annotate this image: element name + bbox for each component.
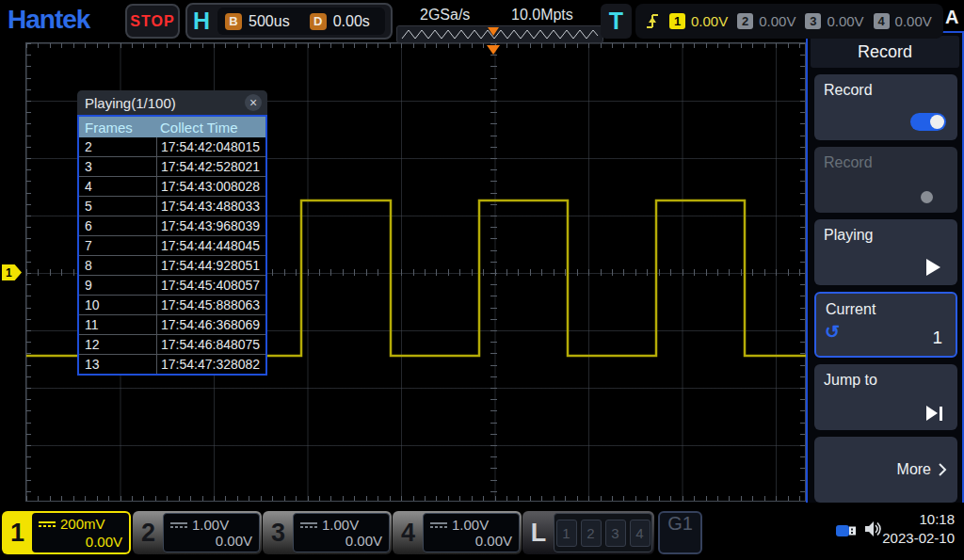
dc-coupling-icon [300, 522, 317, 528]
frame-number: 7 [79, 236, 157, 255]
ch2-trigger-level: 0.00V [759, 13, 795, 29]
trigger-ch2[interactable]: 2 0.00V [737, 13, 795, 29]
menu-item-label: Current [826, 301, 876, 317]
delay-value: 0.00s [333, 13, 370, 30]
channel4-scale: 1.00V [452, 517, 489, 533]
menu-item-label: Record [824, 154, 873, 170]
channel3-panel: 1.00V 0.00V [293, 513, 390, 552]
logic-bits-panel: 1 2 3 4 [554, 513, 652, 552]
logic-bit-2: 2 [581, 520, 602, 547]
table-row: 917:54:45:408057 [79, 276, 265, 296]
menu-item-label: More [897, 461, 931, 478]
usb-device-icon [836, 523, 860, 538]
popup-title: Playing(1/100) [85, 95, 245, 111]
frame-number: 8 [79, 256, 157, 275]
dc-coupling-icon [170, 522, 187, 528]
menu-item-label: Record [824, 82, 873, 98]
logic-channels-tile[interactable]: L 1 2 3 4 [522, 511, 654, 554]
table-row: 1117:54:46:368069 [79, 315, 265, 335]
memory-position-bar[interactable] [396, 25, 603, 43]
frame-number: 12 [79, 335, 157, 354]
collect-time: 17:54:45:888063 [157, 297, 260, 312]
channel2-number: 2 [133, 511, 164, 554]
table-row: 1217:54:46:848075 [79, 335, 265, 355]
skip-bar [940, 407, 942, 421]
time: 10:18 [882, 510, 955, 529]
ch4-trigger-level: 0.00V [895, 13, 932, 29]
channel4-tile[interactable]: 4 1.00V 0.00V [393, 511, 522, 554]
channel1-number: 1 [2, 511, 33, 554]
table-row: 717:54:44:448045 [79, 236, 265, 256]
ch1-trigger-level: 0.00V [691, 13, 728, 29]
timebase-value: 500us [249, 13, 290, 30]
frame-number: 2 [79, 137, 157, 156]
collect-time: 17:54:43:968039 [157, 218, 260, 233]
loop-icon: ↺ [825, 323, 840, 341]
menu-item-label: Playing [824, 227, 873, 243]
run-state-label: STOP [130, 13, 174, 30]
collect-time: 17:54:46:848075 [157, 337, 260, 352]
record-menu-panel: Record Record Record Playing Current ↺ 1… [806, 31, 964, 509]
menu-item-jump-to[interactable]: Jump to [814, 364, 957, 430]
trigger-ch1[interactable]: 1 0.00V [669, 13, 728, 29]
skip-to-end-icon [926, 406, 942, 421]
menu-item-label: Jump to [824, 372, 877, 388]
record-toggle[interactable] [910, 113, 946, 131]
menu-item-record-toggle[interactable]: Record [814, 74, 957, 140]
ch1-level-marker[interactable]: 1 [2, 264, 22, 280]
current-frame-value: 1 [932, 328, 942, 348]
trigger-ch3[interactable]: 3 0.00V [805, 13, 863, 29]
channel2-scale: 1.00V [192, 517, 229, 533]
horizontal-label: H [193, 8, 210, 35]
frame-number: 5 [79, 197, 157, 216]
ch2-badge: 2 [737, 13, 753, 29]
ch1-badge: 1 [669, 13, 685, 29]
channel2-tile[interactable]: 2 1.00V 0.00V [133, 511, 262, 554]
run-state-button[interactable]: STOP [125, 4, 180, 39]
frame-number: 4 [79, 177, 157, 196]
chevron-right-icon [938, 462, 947, 477]
collect-time: 17:54:42:528021 [157, 159, 260, 174]
table-row: 617:54:43:968039 [79, 216, 265, 236]
collect-time: 17:54:46:368069 [157, 317, 260, 332]
top-status-bar: Hantek STOP H B 500us D 0.00s 2GSa/s 10.… [0, 0, 964, 42]
logic-bit-4: 4 [630, 520, 651, 547]
generator-tile[interactable]: G1 [658, 511, 702, 554]
ch1-marker-label: 1 [6, 266, 12, 280]
acquire-mode-indicator: A [945, 7, 958, 28]
table-row: 817:54:44:928051 [79, 256, 265, 276]
popup-title-bar[interactable]: Playing(1/100) × [77, 90, 267, 115]
channel3-number: 3 [263, 511, 294, 554]
channel2-panel: 1.00V 0.00V [163, 513, 260, 552]
memory-depth: 10.0Mpts [511, 7, 573, 24]
trigger-status-box[interactable]: 1 0.00V 2 0.00V 3 0.00V 4 0.00V [635, 4, 943, 39]
bottom-status-bar: 1 200mV 0.00V 2 1.00V 0.00V 3 1.00V 0.00… [0, 503, 964, 560]
collect-time: 17:54:45:408057 [157, 278, 260, 293]
channel1-tile[interactable]: 1 200mV 0.00V [2, 511, 131, 554]
play-icon [926, 259, 940, 276]
memory-position-marker[interactable] [488, 27, 499, 36]
trigger-menu-button[interactable]: T [601, 4, 632, 39]
table-row: 217:54:42:048015 [79, 137, 265, 157]
menu-item-playing[interactable]: Playing [814, 219, 957, 285]
frame-number: 11 [79, 315, 157, 334]
collect-time: 17:54:42:048015 [157, 139, 260, 154]
channel1-panel: 200mV 0.00V [32, 513, 129, 552]
logic-bit-1: 1 [556, 520, 577, 547]
close-icon[interactable]: × [245, 94, 262, 111]
speaker-icon[interactable] [864, 520, 883, 537]
menu-item-current[interactable]: Current ↺ 1 [814, 292, 957, 358]
horizontal-settings[interactable]: H B 500us D 0.00s [185, 3, 393, 40]
rising-edge-icon [645, 12, 660, 31]
table-row: 1317:54:47:328082 [79, 355, 265, 374]
trigger-ch4[interactable]: 4 0.00V [874, 13, 932, 29]
menu-item-record-start[interactable]: Record [814, 147, 957, 213]
delay-icon: D [310, 13, 327, 30]
collect-time: 17:54:43:488033 [157, 199, 260, 214]
frame-number: 10 [79, 296, 157, 314]
timebase-icon: B [225, 13, 242, 30]
channel3-tile[interactable]: 3 1.00V 0.00V [263, 511, 392, 554]
collect-time: 17:54:43:008028 [157, 179, 260, 194]
menu-item-more[interactable]: More [814, 437, 957, 503]
channel1-offset: 0.00V [39, 534, 122, 550]
